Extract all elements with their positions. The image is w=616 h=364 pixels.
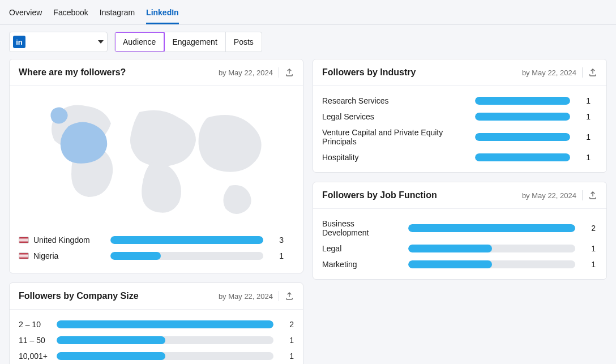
bar-fill <box>110 252 161 260</box>
segment-engagement[interactable]: Engagement <box>164 32 225 52</box>
table-row: United Kingdom 3 <box>19 232 294 248</box>
table-row: 11 – 50 1 <box>19 332 294 348</box>
left-column: Where are my followers? by May 22, 2024 <box>9 59 303 364</box>
tab-linkedin[interactable]: LinkedIn <box>146 6 179 24</box>
export-icon[interactable] <box>588 68 597 77</box>
bar-track <box>475 133 570 141</box>
table-row: 2 – 10 2 <box>19 316 294 332</box>
industry-label: Venture Capital and Private Equity Princ… <box>322 128 468 146</box>
card-body: United Kingdom 3 Nigeria 1 <box>10 86 303 273</box>
linkedin-icon: in <box>13 36 25 48</box>
right-column: Followers by Industry by May 22, 2024 Re… <box>313 59 607 364</box>
tab-instagram[interactable]: Instagram <box>100 6 135 24</box>
bar-fill <box>408 224 575 232</box>
profile-selector[interactable]: in <box>9 32 108 52</box>
bar-fill <box>57 320 273 328</box>
table-row: Hospitality 1 <box>322 149 597 165</box>
card-header: Followers by Job Function by May 22, 202… <box>313 182 606 209</box>
card-date: by May 22, 2024 <box>522 68 576 77</box>
world-map <box>37 95 275 225</box>
bar-fill <box>408 260 492 268</box>
dashboard-grid: Where are my followers? by May 22, 2024 <box>0 59 616 364</box>
table-row: Research Services 1 <box>322 93 597 109</box>
card-title: Followers by Job Function <box>322 190 522 200</box>
table-row: Business Development 2 <box>322 216 597 241</box>
top-navigation: Overview Facebook Instagram LinkedIn <box>0 0 616 25</box>
chevron-down-icon <box>98 40 104 44</box>
tab-facebook[interactable]: Facebook <box>53 6 88 24</box>
flag-icon <box>19 237 29 243</box>
bar-track <box>57 320 273 328</box>
bar-value: 1 <box>577 112 591 121</box>
bar-value: 1 <box>577 96 591 105</box>
card-job-function: Followers by Job Function by May 22, 202… <box>313 182 607 280</box>
company-size-bar-list: 2 – 10 2 11 – 50 1 10,001+ 1 <box>10 310 303 364</box>
bar-track <box>57 336 273 344</box>
controls-row: in Audience Engagement Posts <box>0 25 616 59</box>
segment-audience[interactable]: Audience <box>115 32 164 52</box>
bar-track <box>475 153 570 161</box>
bar-value: 1 <box>280 336 294 345</box>
bar-track <box>110 236 263 244</box>
bar-value: 2 <box>582 224 596 233</box>
bar-track <box>475 97 570 105</box>
bar-track <box>408 260 575 268</box>
card-date: by May 22, 2024 <box>219 292 273 301</box>
bar-value: 3 <box>270 235 284 245</box>
bar-fill <box>57 336 165 344</box>
card-company-size: Followers by Company Size by May 22, 202… <box>9 282 303 364</box>
bar-value: 1 <box>270 251 284 260</box>
table-row: Legal 1 <box>322 241 597 256</box>
divider <box>582 67 583 78</box>
bar-fill <box>475 153 570 161</box>
card-title: Followers by Industry <box>322 67 522 78</box>
job-label: Legal <box>322 244 401 253</box>
bucket-label: 10,001+ <box>19 352 50 361</box>
bar-value: 1 <box>577 132 591 142</box>
card-header: Followers by Company Size by May 22, 202… <box>10 283 303 310</box>
bar-track <box>475 113 570 121</box>
bar-fill <box>408 245 492 252</box>
card-followers-geo: Where are my followers? by May 22, 2024 <box>9 59 303 273</box>
card-title: Followers by Company Size <box>19 291 219 301</box>
table-row: 10,001+ 1 <box>19 348 294 364</box>
bar-track <box>408 224 575 232</box>
table-row: Nigeria 1 <box>19 248 294 264</box>
bar-fill <box>475 97 570 105</box>
card-header: Where are my followers? by May 22, 2024 <box>10 59 303 86</box>
bar-fill <box>110 236 263 244</box>
job-label: Marketing <box>322 260 401 269</box>
card-header: Followers by Industry by May 22, 2024 <box>313 59 606 86</box>
segmented-control: Audience Engagement Posts <box>114 32 262 52</box>
bar-fill <box>57 352 165 360</box>
tab-overview[interactable]: Overview <box>9 6 42 24</box>
card-date: by May 22, 2024 <box>522 191 576 200</box>
job-label: Business Development <box>322 219 401 237</box>
table-row: Venture Capital and Private Equity Princ… <box>322 125 597 149</box>
bar-track <box>408 245 575 252</box>
bar-value: 1 <box>582 260 596 269</box>
export-icon[interactable] <box>588 191 597 200</box>
bar-value: 1 <box>577 153 591 162</box>
bar-value: 2 <box>280 320 294 329</box>
bar-track <box>57 352 273 360</box>
card-date: by May 22, 2024 <box>219 68 273 77</box>
divider <box>582 190 583 200</box>
country-label: Nigeria <box>33 251 58 260</box>
bar-value: 1 <box>582 244 596 253</box>
bar-track <box>110 252 263 260</box>
table-row: Marketing 1 <box>322 256 597 272</box>
bar-value: 1 <box>280 352 294 361</box>
export-icon[interactable] <box>285 292 294 301</box>
industry-label: Research Services <box>322 96 468 105</box>
segment-posts[interactable]: Posts <box>226 32 262 52</box>
bar-fill <box>475 133 570 141</box>
industry-bar-list: Research Services 1 Legal Services 1 Ven… <box>313 86 606 172</box>
bucket-label: 2 – 10 <box>19 320 50 329</box>
export-icon[interactable] <box>285 68 294 77</box>
country-label: United Kingdom <box>33 235 90 245</box>
card-industry: Followers by Industry by May 22, 2024 Re… <box>313 59 607 173</box>
card-title: Where are my followers? <box>19 67 219 78</box>
bucket-label: 11 – 50 <box>19 336 50 345</box>
divider <box>279 67 279 78</box>
